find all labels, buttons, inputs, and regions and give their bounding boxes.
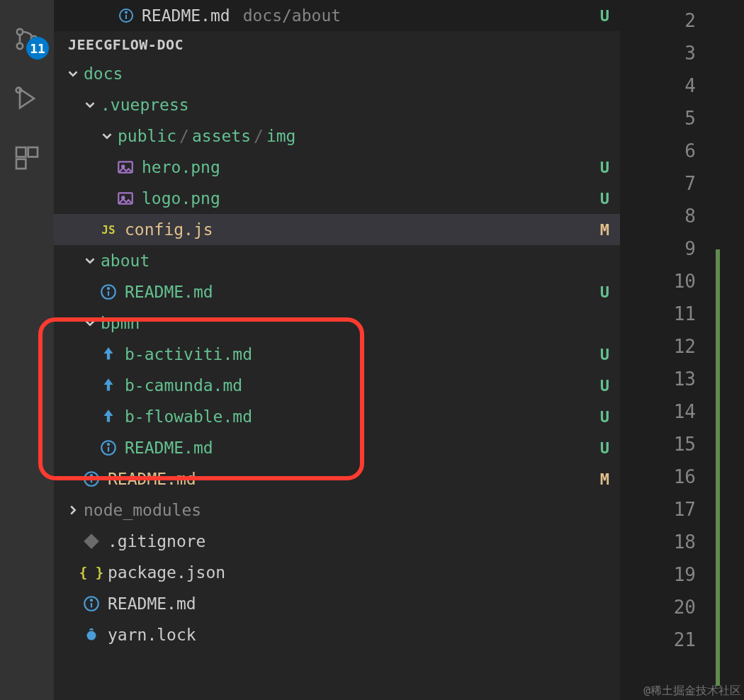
line-number: 9 bbox=[684, 232, 696, 265]
line-number: 3 bbox=[684, 37, 696, 69]
tree-file[interactable]: b-camunda.mdU bbox=[54, 370, 621, 401]
line-number: 15 bbox=[674, 428, 696, 461]
folder-label: node_modules bbox=[84, 501, 201, 519]
line-number: 12 bbox=[674, 330, 696, 363]
git-icon bbox=[82, 532, 101, 551]
diff-gutter-indicator bbox=[716, 249, 720, 686]
line-number: 14 bbox=[674, 395, 696, 428]
tree-file[interactable]: hero.pngU bbox=[54, 152, 621, 183]
run-debug-icon[interactable] bbox=[9, 81, 45, 116]
line-number: 6 bbox=[684, 135, 696, 167]
git-status-untracked: U bbox=[600, 408, 609, 426]
git-status-untracked: U bbox=[600, 377, 609, 395]
tree-file[interactable]: b-activiti.mdU bbox=[54, 339, 621, 370]
chevron-down-icon bbox=[82, 253, 98, 269]
svg-point-26 bbox=[87, 631, 96, 640]
folder-path-label: public/assets/img bbox=[118, 127, 295, 145]
file-label: package.json bbox=[108, 563, 225, 582]
tree-file[interactable]: logo.pngU bbox=[54, 183, 621, 214]
tree-file[interactable]: README.mdM bbox=[54, 463, 621, 495]
open-editor-filename: README.md bbox=[142, 6, 230, 25]
line-number: 18 bbox=[674, 526, 696, 558]
watermark: @稀土掘金技术社区 bbox=[643, 684, 741, 699]
line-number: 4 bbox=[684, 69, 696, 102]
svg-point-22 bbox=[91, 475, 92, 476]
line-number: 17 bbox=[674, 493, 696, 526]
line-number: 13 bbox=[674, 363, 696, 395]
svg-point-19 bbox=[108, 444, 109, 445]
folder-label: docs bbox=[84, 64, 123, 83]
tree-folder[interactable]: bpmn bbox=[54, 307, 621, 339]
open-editor-row[interactable]: README.md docs/about U bbox=[54, 0, 621, 31]
svg-point-16 bbox=[108, 288, 109, 289]
file-label: README.md bbox=[125, 283, 213, 301]
yarn-icon bbox=[82, 626, 101, 644]
tree-file[interactable]: { }package.json bbox=[54, 557, 621, 588]
source-control-icon[interactable]: 11 bbox=[9, 21, 45, 57]
svg-point-25 bbox=[91, 599, 92, 601]
file-tree: docs.vuepresspublic/assets/imghero.pngUl… bbox=[54, 58, 621, 650]
project-header[interactable]: JEECGFLOW-DOC bbox=[54, 31, 621, 58]
git-status-modified: M bbox=[600, 470, 609, 488]
chevron-down-icon bbox=[99, 128, 115, 144]
tree-folder[interactable]: about bbox=[54, 245, 621, 276]
svg-point-0 bbox=[17, 29, 23, 35]
folder-label: bpmn bbox=[101, 314, 140, 332]
git-status-untracked: U bbox=[600, 190, 609, 208]
tree-file[interactable]: .gitignore bbox=[54, 526, 621, 557]
file-label: b-camunda.md bbox=[125, 376, 242, 395]
file-label: README.md bbox=[108, 594, 196, 613]
tree-folder[interactable]: public/assets/img bbox=[54, 120, 621, 152]
tree-folder[interactable]: docs bbox=[54, 58, 621, 89]
line-number: 11 bbox=[674, 298, 696, 330]
line-number: 21 bbox=[674, 623, 696, 656]
line-number: 7 bbox=[684, 167, 696, 200]
tree-folder[interactable]: .vuepress bbox=[54, 89, 621, 120]
chevron-right-icon bbox=[65, 502, 81, 518]
md-icon bbox=[99, 376, 118, 395]
extensions-icon[interactable] bbox=[9, 140, 45, 176]
tree-file[interactable]: README.mdU bbox=[54, 432, 621, 463]
svg-point-9 bbox=[125, 12, 127, 13]
file-label: logo.png bbox=[142, 189, 220, 208]
tree-file[interactable]: README.md bbox=[54, 588, 621, 619]
tree-file[interactable]: b-flowable.mdU bbox=[54, 401, 621, 432]
info-icon bbox=[118, 7, 135, 24]
info-icon bbox=[99, 439, 118, 457]
line-number: 20 bbox=[674, 591, 696, 623]
source-control-badge: 11 bbox=[26, 37, 49, 60]
image-icon bbox=[116, 158, 135, 176]
file-label: hero.png bbox=[142, 158, 220, 176]
md-icon bbox=[99, 407, 118, 426]
activity-bar: 11 bbox=[0, 0, 54, 700]
file-label: .gitignore bbox=[108, 532, 205, 551]
chevron-down-icon bbox=[82, 315, 98, 331]
project-name: JEECGFLOW-DOC bbox=[68, 36, 184, 53]
git-status-untracked: U bbox=[600, 283, 609, 301]
git-status-untracked: U bbox=[600, 346, 609, 363]
info-icon bbox=[82, 594, 101, 613]
editor-area: 23456789101112131415161718192021 bbox=[620, 0, 744, 700]
line-number: 8 bbox=[684, 200, 696, 232]
json-icon: { } bbox=[82, 563, 101, 582]
svg-rect-5 bbox=[16, 159, 26, 169]
line-number: 19 bbox=[674, 558, 696, 591]
tree-file[interactable]: JSconfig.jsM bbox=[54, 214, 621, 245]
chevron-down-icon bbox=[65, 66, 81, 81]
file-label: README.md bbox=[108, 470, 196, 488]
file-label: config.js bbox=[125, 220, 213, 239]
chevron-down-icon bbox=[82, 97, 98, 113]
git-status-untracked: U bbox=[600, 439, 609, 457]
line-number: 2 bbox=[684, 4, 696, 37]
tree-file[interactable]: README.mdU bbox=[54, 276, 621, 307]
git-status-modified: M bbox=[600, 221, 609, 239]
tree-folder[interactable]: node_modules bbox=[54, 495, 621, 526]
line-number: 16 bbox=[674, 461, 696, 493]
file-label: yarn.lock bbox=[108, 626, 196, 644]
open-editor-path: docs/about bbox=[243, 6, 341, 25]
info-icon bbox=[99, 283, 118, 301]
line-number: 10 bbox=[674, 265, 696, 298]
file-label: b-activiti.md bbox=[125, 345, 252, 363]
info-icon bbox=[82, 470, 101, 488]
tree-file[interactable]: yarn.lock bbox=[54, 619, 621, 650]
